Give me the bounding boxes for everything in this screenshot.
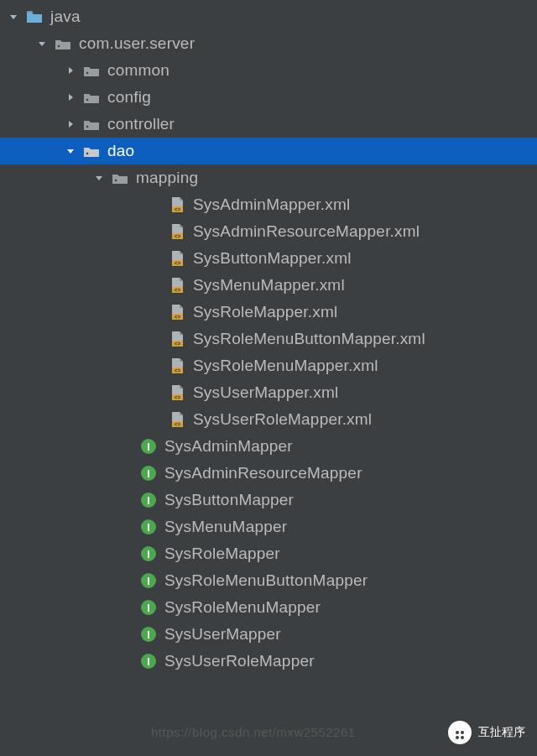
arrow-spacer [121, 467, 134, 480]
tree-row[interactable]: ISysRoleMapper [0, 540, 537, 567]
arrow-spacer [121, 547, 134, 560]
tree-item-label: mapping [136, 169, 198, 187]
svg-point-3 [86, 126, 89, 128]
xml-file-icon: <> [168, 357, 186, 375]
tree-item-label: SysRoleMapper.xml [193, 303, 337, 321]
tree-row[interactable]: ISysRoleMenuButtonMapper [0, 567, 537, 594]
svg-point-4 [86, 153, 89, 155]
interface-icon: I [139, 518, 158, 536]
xml-file-icon: <> [168, 249, 186, 268]
tree-item-label: SysMenuMapper.xml [193, 276, 345, 295]
tree-row[interactable]: ISysAdminResourceMapper [0, 460, 537, 487]
package-icon [82, 61, 101, 80]
tree-row[interactable]: <>SysAdminMapper.xml [0, 191, 537, 218]
xml-file-icon: <> [168, 303, 186, 321]
tree-item-label: SysAdminMapper.xml [193, 196, 350, 214]
chevron-right-icon[interactable] [64, 64, 77, 77]
tree-item-label: dao [107, 142, 134, 160]
tree-row[interactable]: ISysRoleMenuMapper [0, 594, 537, 621]
svg-text:I: I [147, 548, 150, 560]
svg-text:<>: <> [175, 206, 181, 212]
package-icon [54, 34, 72, 53]
svg-text:I: I [147, 575, 150, 587]
arrow-spacer [121, 574, 134, 587]
svg-text:<>: <> [175, 314, 181, 320]
xml-file-icon: <> [168, 330, 186, 348]
tree-row[interactable]: <>SysUserMapper.xml [0, 379, 537, 406]
tree-row[interactable]: controller [0, 111, 537, 138]
package-icon [111, 169, 129, 187]
wechat-icon [448, 721, 472, 744]
csdn-watermark: https://blog.csdn.net/mxw2552261 [151, 725, 356, 739]
tree-row[interactable]: ISysMenuMapper [0, 514, 537, 540]
interface-icon: I [139, 571, 158, 590]
arrow-spacer [149, 359, 163, 373]
tree-item-label: SysUserRoleMapper [164, 652, 315, 670]
arrow-spacer [149, 386, 163, 399]
tree-row[interactable]: <>SysUserRoleMapper.xml [0, 406, 537, 433]
tree-row[interactable]: <>SysMenuMapper.xml [0, 272, 537, 299]
chevron-down-icon[interactable] [35, 37, 49, 50]
tree-item-label: config [107, 88, 151, 107]
xml-file-icon: <> [168, 222, 186, 241]
arrow-spacer [121, 493, 134, 507]
chevron-right-icon[interactable] [64, 91, 77, 104]
interface-icon: I [139, 464, 158, 482]
watermark-label: 互扯程序 [478, 725, 525, 740]
tree-item-label: SysUserMapper [164, 625, 281, 644]
tree-item-label: SysAdminResourceMapper.xml [193, 222, 420, 241]
tree-item-label: SysRoleMapper [164, 545, 280, 563]
tree-row[interactable]: ISysButtonMapper [0, 487, 537, 514]
svg-text:I: I [147, 467, 150, 480]
interface-icon: I [139, 437, 158, 456]
arrow-spacer [121, 601, 134, 614]
xml-file-icon: <> [168, 196, 186, 214]
chevron-down-icon[interactable] [92, 171, 106, 185]
chevron-down-icon[interactable] [7, 10, 20, 23]
tree-row[interactable]: <>SysRoleMenuMapper.xml [0, 352, 537, 379]
arrow-spacer [149, 198, 163, 211]
tree-item-label: common [107, 61, 169, 80]
svg-text:<>: <> [175, 260, 181, 266]
chevron-right-icon[interactable] [64, 117, 77, 131]
xml-file-icon: <> [168, 410, 186, 429]
tree-item-label: java [50, 8, 81, 26]
interface-icon: I [139, 625, 158, 644]
tree-row[interactable]: <>SysAdminResourceMapper.xml [0, 218, 537, 245]
tree-row[interactable]: com.user.server [0, 30, 537, 57]
tree-row[interactable]: ISysUserMapper [0, 621, 537, 648]
tree-item-label: SysUserRoleMapper.xml [193, 410, 372, 429]
tree-item-label: controller [107, 115, 175, 133]
interface-icon: I [139, 545, 158, 563]
tree-item-label: SysMenuMapper [164, 518, 287, 536]
tree-row[interactable]: common [0, 57, 537, 84]
tree-item-label: com.user.server [79, 34, 195, 53]
tree-row[interactable]: <>SysRoleMapper.xml [0, 299, 537, 326]
tree-row[interactable]: config [0, 84, 537, 111]
tree-row[interactable]: <>SysRoleMenuButtonMapper.xml [0, 326, 537, 352]
tree-row[interactable]: <>SysButtonMapper.xml [0, 245, 537, 272]
tree-row[interactable]: ISysAdminMapper [0, 433, 537, 460]
svg-text:I: I [147, 655, 150, 668]
chevron-down-icon[interactable] [64, 144, 77, 158]
tree-item-label: SysRoleMenuButtonMapper [164, 571, 368, 590]
arrow-spacer [121, 520, 134, 534]
wechat-watermark: 互扯程序 [448, 721, 525, 744]
tree-row[interactable]: mapping [0, 164, 537, 191]
svg-text:I: I [147, 602, 150, 614]
package-icon [82, 88, 101, 107]
xml-file-icon: <> [168, 276, 186, 295]
svg-text:<>: <> [175, 368, 181, 373]
interface-icon: I [139, 652, 158, 670]
tree-row[interactable]: java [0, 3, 537, 30]
svg-text:<>: <> [175, 394, 181, 400]
tree-row[interactable]: dao [0, 138, 537, 164]
tree-row[interactable]: ISysUserRoleMapper [0, 648, 537, 675]
tree-item-label: SysRoleMenuMapper.xml [193, 357, 378, 375]
tree-item-label: SysButtonMapper.xml [193, 249, 352, 268]
project-tree: javacom.user.servercommonconfigcontrolle… [0, 0, 537, 675]
arrow-spacer [149, 305, 163, 319]
svg-text:I: I [147, 521, 150, 534]
arrow-spacer [149, 225, 163, 238]
svg-text:I: I [147, 441, 150, 453]
